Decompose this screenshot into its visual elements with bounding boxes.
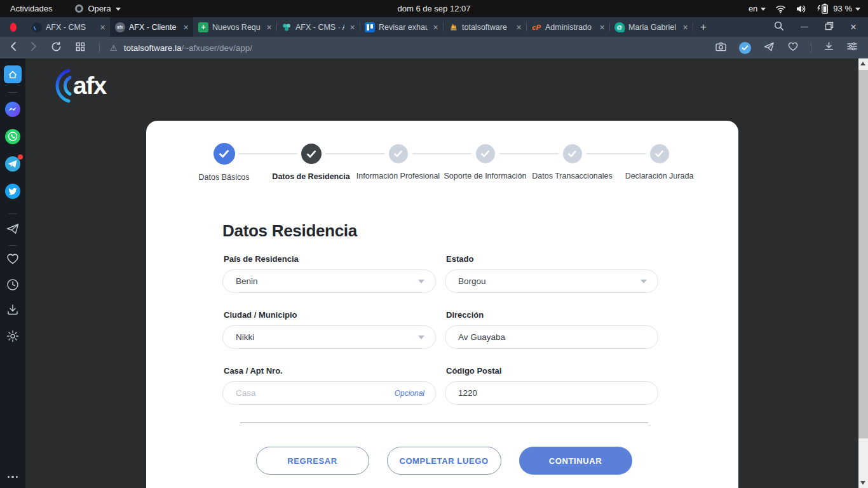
form-actions: REGRESAR COMPLETAR LUEGO CONTINUAR [226,447,661,475]
afx-logo: afx [50,67,106,104]
url-field[interactable]: ⚠ totalsoftware.la/~afxuser/dev/app/ [110,43,252,53]
search-tabs-icon[interactable] [773,20,784,34]
afx-favicon: afx [115,22,125,32]
wizard-stepper: Datos Básicos Datos de Residencia Inform… [146,121,703,182]
close-tab-icon[interactable]: × [182,22,190,32]
close-tab-icon[interactable]: × [98,22,107,32]
minimize-window-icon[interactable] [801,27,808,28]
continue-button[interactable]: CONTINUAR [519,447,632,475]
messenger-icon[interactable] [4,101,21,118]
afx-cms-favicon [32,22,42,32]
step-soporte-de-informacion[interactable]: Soporte de Información [442,143,529,182]
twitter-icon[interactable] [4,183,21,200]
close-tab-icon[interactable]: × [598,22,606,32]
settings-gear-icon[interactable] [6,329,20,343]
field-estado: Estado Borgou [445,254,658,293]
close-tab-icon[interactable]: × [515,22,523,32]
zip-input[interactable] [458,388,647,398]
step-datos-residencia[interactable]: Datos de Residencia [268,143,355,182]
reload-button[interactable] [51,41,62,55]
tab-trello[interactable]: Revisar exhau × [360,17,443,37]
tab-administrador-cpanel[interactable]: cP Administrado × [526,17,609,37]
tab-afx-cliente[interactable]: afx AFX - Cliente × [110,17,193,37]
chevron-down-icon [418,336,424,342]
speed-dial-home-icon[interactable] [4,65,22,83]
easy-setup-sliders-icon[interactable] [846,41,858,54]
language-indicator[interactable]: en [749,4,766,13]
back-button[interactable]: REGRESAR [256,447,369,475]
cpanel-favicon: cP [531,22,541,32]
step-datos-basicos[interactable]: Datos Básicos [180,143,268,182]
state-select[interactable]: Borgou [445,269,658,293]
scroll-up-arrow[interactable] [860,62,865,65]
scroll-down-arrow[interactable] [860,481,865,485]
city-select[interactable]: Nikki [222,325,436,349]
house-input[interactable] [236,388,395,398]
close-tab-icon[interactable]: × [431,22,440,32]
activities-button[interactable]: Actividades [10,4,52,13]
my-flow-send-icon[interactable] [763,41,775,55]
step-declaracion-jurada[interactable]: Declaración Jurada [616,143,703,182]
teal-app-favicon [281,22,292,32]
close-tab-icon[interactable]: × [681,22,689,32]
telegram-icon[interactable] [4,156,21,172]
close-tab-icon[interactable]: × [265,22,273,32]
web-page: afx Datos Básicos Datos de Residencia In… [25,58,858,488]
optional-hint: Opcional [395,389,424,398]
restore-window-icon[interactable] [825,22,834,33]
scrollbar-thumb[interactable] [858,70,868,438]
app-menu[interactable]: Opera [75,4,120,13]
downloads-icon[interactable] [6,303,20,316]
clock[interactable]: dom 6 de sep 12:07 [0,4,868,13]
wifi-icon[interactable] [775,3,787,14]
tab-maria-gabriela[interactable]: @ Maria Gabriel × [609,17,693,37]
vertical-scrollbar[interactable] [858,58,868,488]
afx-logo-text: afx [73,72,106,100]
notification-badge [18,154,23,159]
battery-indicator[interactable]: 93 % [816,3,860,14]
field-pais-de-residencia: País de Residencia Benin [222,254,436,293]
address-input[interactable] [458,332,647,342]
opera-sidebar [0,58,25,488]
tab-afx-cms[interactable]: AFX - CMS × [27,17,110,37]
back-button[interactable] [10,41,17,54]
close-window-icon[interactable]: × [850,22,857,32]
bookmarks-heart-icon[interactable] [6,252,20,265]
chevron-down-icon [641,280,647,287]
divider [99,43,100,53]
vpn-shield-icon[interactable] [739,42,751,54]
field-codigo-postal: Código Postal [445,366,658,405]
my-flow-icon[interactable] [6,222,20,235]
country-select[interactable]: Benin [222,269,436,293]
tab-nuevos-requerimientos[interactable]: + Nuevos Requ × [193,17,276,37]
divider [8,245,17,246]
house-input-wrap: Opcional [222,381,436,405]
snapshot-camera-icon[interactable] [715,41,727,55]
residence-form: País de Residencia Benin Estado Borgou C… [222,254,661,405]
whatsapp-icon[interactable] [4,128,21,145]
history-clock-icon[interactable] [6,278,20,292]
tab-totalsoftware[interactable]: totalsoftware × [443,17,526,37]
step-informacion-profesional[interactable]: Información Profesional [355,143,442,182]
close-tab-icon[interactable]: × [348,22,356,32]
forward-button[interactable] [31,41,37,54]
tab-afx-cms-admin[interactable]: AFX - CMS · A × [276,17,360,37]
page-title: Datos Residencia [222,221,661,241]
step-datos-transaccionales[interactable]: Datos Transaccionales [529,143,616,182]
opera-logo[interactable] [0,17,27,37]
sidebar-more-icon[interactable] [8,476,18,478]
bookmark-heart-icon[interactable] [787,41,799,54]
volume-icon[interactable] [796,4,807,14]
new-tab-button[interactable]: + [693,17,714,37]
downloads-icon[interactable] [824,41,834,55]
complete-later-button[interactable]: COMPLETAR LUEGO [387,447,501,475]
opera-app-icon [75,4,83,13]
form-card: Datos Básicos Datos de Residencia Inform… [146,121,738,488]
speed-dial-icon[interactable] [76,42,85,54]
not-secure-warning-icon[interactable]: ⚠ [110,43,118,53]
flame-favicon [448,22,458,32]
chat-favicon: @ [614,22,625,32]
app-menu-label: Opera [88,4,111,13]
field-direccion: Dirección [445,310,658,349]
browser-tab-bar: AFX - CMS × afx AFX - Cliente × + Nuevos… [0,17,868,37]
